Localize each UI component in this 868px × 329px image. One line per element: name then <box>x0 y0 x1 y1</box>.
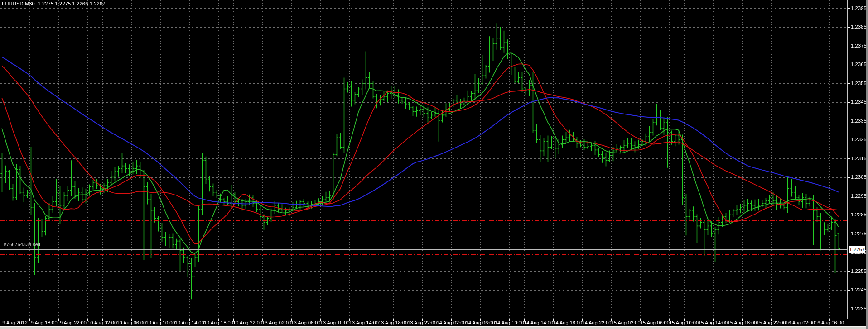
price-tick-label: 1.2375 <box>851 43 867 48</box>
price-tick-label: 1.2395 <box>851 6 867 11</box>
time-tick-label: 10 Aug 22:00 <box>233 320 262 326</box>
time-tick-label: 14 Aug 14:00 <box>524 320 553 326</box>
price-tick-label: 1.2385 <box>851 24 867 29</box>
price-tick-label: 1.2355 <box>851 81 867 86</box>
price-tick-label: 1.2295 <box>851 194 867 199</box>
window-bottom-border <box>0 326 868 329</box>
time-tick-label: 13 Aug 22:00 <box>407 320 437 326</box>
price-tick-label: 1.2245 <box>851 287 867 292</box>
price-axis[interactable]: 1.23951.23851.23751.23651.23551.23451.23… <box>849 0 866 319</box>
price-tick-label: 1.2275 <box>851 231 867 236</box>
time-tick-label: 14 Aug 10:00 <box>495 320 524 326</box>
price-tick-label: 1.2335 <box>851 119 867 124</box>
time-tick-label: 10 Aug 18:00 <box>204 320 233 326</box>
time-tick-label: 13 Aug 14:00 <box>349 320 379 326</box>
price-tick-label: 1.2255 <box>851 269 867 274</box>
time-tick-label: 9 Aug 18:00 <box>31 320 58 326</box>
time-tick-label: 13 Aug 10:00 <box>320 320 350 326</box>
time-tick-label: 15 Aug 10:00 <box>669 320 699 326</box>
time-tick-label: 15 Aug 06:00 <box>640 320 670 326</box>
time-tick-label: 14 Aug 22:00 <box>582 320 612 326</box>
time-tick-label: 9 Aug 22:00 <box>60 320 87 326</box>
time-tick-label: 10 Aug 10:00 <box>146 320 175 326</box>
time-tick-label: 10 Aug 02:00 <box>87 320 117 326</box>
current-price-tag: 1.2267 <box>849 246 865 253</box>
time-tick-label: 13 Aug 02:00 <box>262 320 291 326</box>
window-right-border <box>866 0 868 329</box>
time-tick-label: 13 Aug 18:00 <box>378 320 408 326</box>
time-tick-label: 14 Aug 18:00 <box>553 320 582 326</box>
time-tick-label: 10 Aug 06:00 <box>116 320 146 326</box>
quote-line: EURUSD,M30 1.2275 1.2275 1.2266 1.2267 <box>2 1 106 6</box>
chart-window: EURUSD,M30 1.2275 1.2275 1.2266 1.2267 #… <box>0 0 868 329</box>
time-tick-label: 15 Aug 22:00 <box>757 320 786 326</box>
time-tick-label: 10 Aug 14:00 <box>175 320 204 326</box>
time-tick-label: 15 Aug 02:00 <box>611 320 641 326</box>
time-tick-label: 13 Aug 06:00 <box>291 320 321 326</box>
time-tick-label: 14 Aug 06:00 <box>466 320 495 326</box>
price-tick-label: 1.2345 <box>851 100 867 105</box>
time-tick-label: 14 Aug 02:00 <box>437 320 466 326</box>
price-tick-label: 1.2325 <box>851 137 867 142</box>
sell-order-label: #766764334 sell <box>4 242 40 247</box>
price-tick-label: 1.2285 <box>851 212 867 217</box>
time-tick-label: 16 Aug 06:00 <box>815 320 844 326</box>
time-tick-label: 15 Aug 14:00 <box>698 320 728 326</box>
time-tick-label: 16 Aug 02:00 <box>786 320 815 326</box>
price-tick-label: 1.2305 <box>851 175 867 180</box>
price-tick-label: 1.2365 <box>851 62 867 67</box>
price-chart-canvas[interactable] <box>0 0 868 329</box>
price-tick-label: 1.2315 <box>851 156 867 161</box>
time-axis[interactable]: 9 Aug 20129 Aug 18:009 Aug 22:0010 Aug 0… <box>0 320 849 326</box>
time-tick-label: 15 Aug 18:00 <box>728 320 757 326</box>
time-tick-label: 9 Aug 2012 <box>2 320 28 326</box>
price-tick-label: 1.2235 <box>851 306 867 311</box>
